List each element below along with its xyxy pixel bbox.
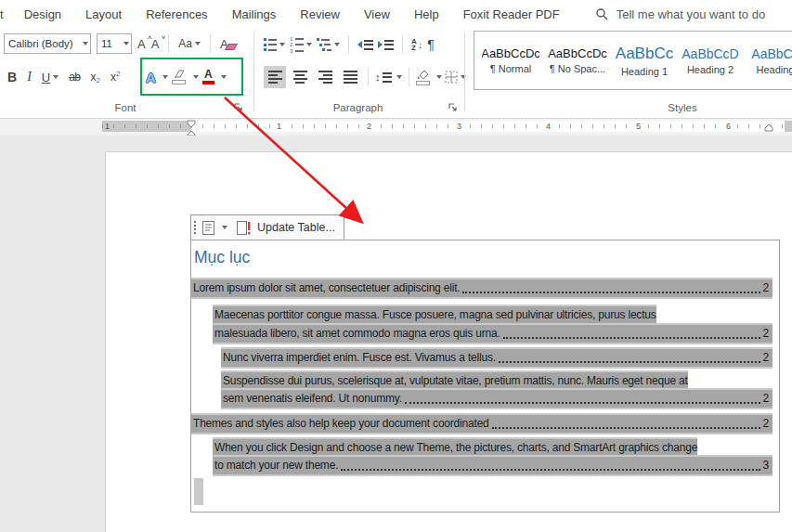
font-name-caret-icon[interactable] xyxy=(83,42,88,45)
tab-references[interactable]: References xyxy=(146,7,207,21)
align-left-button[interactable] xyxy=(264,66,286,88)
superscript-button[interactable]: x2 xyxy=(110,71,120,84)
update-table-icon xyxy=(236,220,252,236)
toc-entry[interactable]: When you click Design and choose a new T… xyxy=(213,439,697,457)
toc-entry[interactable]: to match your new theme. 3 xyxy=(213,457,773,474)
borders-button[interactable] xyxy=(445,71,466,84)
bullets-button[interactable] xyxy=(264,38,285,51)
toc-gallery-caret-icon[interactable] xyxy=(222,226,227,229)
font-group-row1: Calibri (Body) 11 A˄ A˅ Aa A xyxy=(4,33,228,54)
style-no-spacing[interactable]: AaBbCcDc ¶ No Spac... xyxy=(548,32,607,89)
style-normal[interactable]: AaBbCcDc ¶ Normal xyxy=(482,32,539,89)
toc-entry-text: Maecenas porttitor congue massa. Fusce p… xyxy=(213,306,656,324)
tab-foxit-reader-pdf[interactable]: Foxit Reader PDF xyxy=(463,7,560,21)
decrease-indent-button[interactable] xyxy=(357,40,373,50)
increase-indent-button[interactable] xyxy=(378,40,394,50)
borders-icon xyxy=(445,71,458,84)
italic-button[interactable]: I xyxy=(27,70,32,84)
style-heading-1[interactable]: AaBbCc Heading 1 xyxy=(616,32,673,89)
toc-entry[interactable]: Nunc viverra imperdiet enim. Fusce est. … xyxy=(221,349,773,367)
field-end-mark xyxy=(194,478,203,505)
align-right-button[interactable] xyxy=(314,66,336,88)
font-dialog-launcher-icon[interactable] xyxy=(234,103,243,112)
clear-formatting-button[interactable]: A xyxy=(220,37,228,51)
tell-me-label: Tell me what you want to do xyxy=(617,7,765,21)
change-case-button[interactable]: Aa xyxy=(178,37,201,50)
paint-bucket-icon xyxy=(416,70,431,80)
style-heading-2[interactable]: AaBbCcD Heading 2 xyxy=(682,32,739,89)
bullets-caret-icon[interactable] xyxy=(279,43,285,46)
word-window: t Design Layout References Mailings Revi… xyxy=(0,0,792,532)
font-name-combo[interactable]: Calibri (Body) xyxy=(4,33,91,54)
bullets-icon xyxy=(264,38,277,51)
bold-button[interactable]: B xyxy=(7,70,17,84)
numbering-button[interactable]: 1 2 3 xyxy=(290,37,312,53)
shading-color-bar xyxy=(416,81,430,85)
justify-icon xyxy=(344,71,357,84)
shrink-font-button[interactable]: A˅ xyxy=(151,37,160,51)
tell-me-search[interactable]: Tell me what you want to do xyxy=(595,7,765,21)
toc-entry-text: Lorem ipsum dolor sit amet, consectetuer… xyxy=(191,279,460,297)
show-hide-marks-button[interactable]: ¶ xyxy=(427,37,435,52)
multilevel-list-icon xyxy=(317,38,331,51)
toc-entry-text: sem venenatis eleifend. Ut nonummy. xyxy=(221,390,402,408)
first-line-indent-marker[interactable] xyxy=(187,120,196,128)
shading-caret-icon[interactable] xyxy=(436,75,442,79)
paragraph-dialog-launcher-icon[interactable] xyxy=(448,103,458,112)
line-spacing-button[interactable]: ↕ xyxy=(375,71,402,83)
tab-layout[interactable]: Layout xyxy=(85,7,122,21)
toc-entry[interactable]: Suspendisse dui purus, scelerisque at, v… xyxy=(221,372,688,390)
grow-font-button[interactable]: A˄ xyxy=(137,37,146,51)
horizontal-ruler[interactable]: 1 2 3 4 5 6 1 xyxy=(0,119,792,136)
tab-review[interactable]: Review xyxy=(300,7,340,21)
change-case-caret-icon[interactable] xyxy=(195,42,201,45)
ruler-number: 2 xyxy=(365,121,373,132)
search-icon xyxy=(595,7,608,20)
toc-gallery-icon[interactable] xyxy=(201,220,215,236)
toc-page-number: 3 xyxy=(763,457,773,474)
toc-entry[interactable]: Themes and styles also help keep your do… xyxy=(191,415,773,433)
underline-button[interactable]: U xyxy=(42,71,58,84)
subscript-button[interactable]: x2 xyxy=(91,71,100,84)
tab-insert-partial[interactable]: t xyxy=(0,7,4,21)
align-center-button[interactable] xyxy=(289,66,311,88)
toc-entry[interactable]: Lorem ipsum dolor sit amet, consectetuer… xyxy=(191,279,773,297)
update-table-button[interactable]: Update Table... xyxy=(257,221,335,234)
strikethrough-button[interactable]: ab xyxy=(69,71,80,84)
toc-entry[interactable]: malesuada libero, sit amet commodo magna… xyxy=(213,325,773,343)
shading-button[interactable] xyxy=(416,70,431,85)
toc-entry[interactable]: sem venenatis eleifend. Ut nonummy. 2 xyxy=(221,390,773,408)
underline-caret-icon[interactable] xyxy=(53,75,58,79)
tab-view[interactable]: View xyxy=(364,7,390,21)
tab-help[interactable]: Help xyxy=(414,7,439,21)
ruler-number: 6 xyxy=(724,121,733,132)
decrease-indent-icon xyxy=(357,41,362,48)
align-left-icon xyxy=(268,71,282,84)
numbering-caret-icon[interactable] xyxy=(306,43,312,46)
sort-button[interactable]: AZ↓ xyxy=(411,38,422,51)
toc-page-number: 2 xyxy=(763,325,773,343)
styles-gallery: AaBbCcDc ¶ Normal AaBbCcDc ¶ No Spac... … xyxy=(474,31,792,90)
shrink-caret-icon: ˅ xyxy=(162,33,166,42)
table-of-contents-field[interactable]: Mục lục Lorem ipsum dolor sit amet, cons… xyxy=(190,240,780,513)
style-heading-3[interactable]: AaBbCc Heading xyxy=(747,32,792,89)
font-size-caret-icon[interactable] xyxy=(123,42,129,45)
divider xyxy=(402,35,403,54)
line-spacing-caret-icon[interactable] xyxy=(396,75,402,79)
toc-entry-text: When you click Design and choose a new T… xyxy=(213,439,697,457)
font-size-value: 11 xyxy=(101,38,112,49)
right-indent-marker[interactable] xyxy=(764,123,773,132)
toc-entry[interactable]: Maecenas porttitor congue massa. Fusce p… xyxy=(213,306,656,324)
increase-indent-icon xyxy=(378,41,383,48)
multilevel-list-button[interactable] xyxy=(317,38,340,51)
justify-button[interactable] xyxy=(339,66,361,88)
drag-handle-icon[interactable] xyxy=(194,221,196,234)
tab-design[interactable]: Design xyxy=(24,7,61,21)
ruler-number: 3 xyxy=(455,121,463,132)
font-group-row2: B I U ab x2 x2 xyxy=(7,63,120,91)
multilevel-caret-icon[interactable] xyxy=(334,43,340,46)
group-divider xyxy=(464,32,465,111)
font-size-combo[interactable]: 11 xyxy=(97,33,132,54)
divider xyxy=(348,35,349,54)
tab-mailings[interactable]: Mailings xyxy=(232,7,277,21)
